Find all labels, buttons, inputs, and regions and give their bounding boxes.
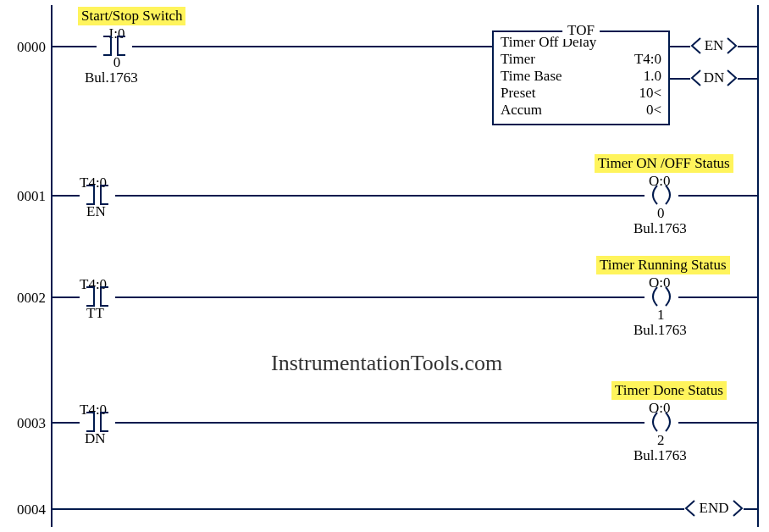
xic-contact xyxy=(80,286,115,307)
xic-contact xyxy=(97,36,132,56)
wire xyxy=(53,508,684,510)
wire xyxy=(678,296,759,298)
end-coil-label: END xyxy=(684,500,744,517)
wire xyxy=(678,195,759,197)
rung1-coil-desc: Bul.1763 xyxy=(633,220,687,237)
output-coil xyxy=(645,183,678,207)
rung2-comment: Timer Running Status xyxy=(596,256,730,274)
tof-accum-k: Accum xyxy=(501,102,542,119)
wire xyxy=(115,195,645,197)
rung-number: 0000 xyxy=(5,39,46,56)
tof-timebase-v: 1.0 xyxy=(644,68,661,85)
rung2-contact-bit: TT xyxy=(86,305,104,322)
wire xyxy=(53,422,80,424)
wire xyxy=(53,296,80,298)
wire xyxy=(738,46,759,47)
xic-contact xyxy=(80,412,115,432)
dn-coil: DN xyxy=(690,69,738,87)
tof-timer-k: Timer xyxy=(501,51,535,68)
rung1-coil-bit: 0 xyxy=(657,205,665,222)
wire xyxy=(115,296,645,298)
en-coil-label: EN xyxy=(690,37,738,54)
rung3-contact-bit: DN xyxy=(85,430,106,447)
tof-title: TOF xyxy=(562,22,600,39)
rung0-contact-bit: 0 xyxy=(102,54,132,71)
wire xyxy=(53,195,80,197)
dn-coil-label: DN xyxy=(690,69,738,86)
output-coil xyxy=(645,285,678,308)
wire xyxy=(115,422,645,424)
rung1-contact-bit: EN xyxy=(86,203,106,220)
wire xyxy=(744,508,759,510)
end-coil: END xyxy=(684,499,744,518)
left-power-rail xyxy=(51,5,53,527)
tof-accum-v: 0< xyxy=(646,102,661,119)
tof-instruction-block: TOF Timer Off Delay TimerT4:0 Time Base1… xyxy=(492,30,670,125)
rung0-comment: Start/Stop Switch xyxy=(78,7,185,25)
en-coil: EN xyxy=(690,36,738,55)
wire xyxy=(670,78,690,80)
rung2-coil-desc: Bul.1763 xyxy=(633,322,687,339)
watermark-text: InstrumentationTools.com xyxy=(271,351,502,376)
tof-preset-k: Preset xyxy=(501,85,536,102)
rung-number: 0003 xyxy=(5,415,46,432)
rung0-contact-desc: Bul.1763 xyxy=(85,69,138,86)
rung1-comment: Timer ON /OFF Status xyxy=(595,154,733,173)
output-coil xyxy=(645,410,678,434)
tof-timebase-k: Time Base xyxy=(501,68,562,85)
wire xyxy=(670,46,690,47)
xic-contact xyxy=(80,185,115,205)
tof-preset-v: 10< xyxy=(639,85,661,102)
rung-number: 0002 xyxy=(5,290,46,307)
rung3-coil-bit: 2 xyxy=(657,432,665,449)
wire xyxy=(53,46,97,47)
wire xyxy=(132,46,492,47)
rung-number: 0004 xyxy=(5,502,46,518)
wire xyxy=(678,422,759,424)
rung2-coil-bit: 1 xyxy=(657,307,665,324)
wire xyxy=(738,78,759,80)
tof-timer-v: T4:0 xyxy=(634,51,661,68)
rung3-coil-desc: Bul.1763 xyxy=(633,447,687,464)
rung3-comment: Timer Done Status xyxy=(611,381,727,400)
right-power-rail xyxy=(757,5,759,527)
rung-number: 0001 xyxy=(5,188,46,205)
